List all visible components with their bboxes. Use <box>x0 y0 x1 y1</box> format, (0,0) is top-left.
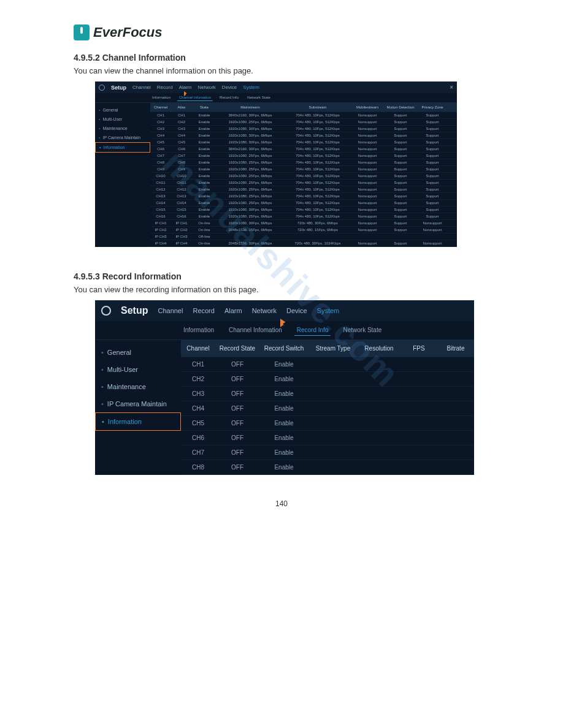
sub-tab-record-info[interactable]: Record Info <box>218 94 240 101</box>
table-row[interactable]: CH5OFFEnable <box>181 416 474 431</box>
table-row[interactable]: CH13CH13Enable1920x1080, 25Fps, 6Mbps704… <box>150 193 457 200</box>
cell: Enable <box>192 113 216 117</box>
top-tab-alarm[interactable]: Alarm <box>179 85 192 90</box>
sidebar-item-information[interactable]: Information <box>95 412 181 431</box>
close-icon[interactable]: × <box>450 84 453 91</box>
top-tab-alarm[interactable]: Alarm <box>224 307 242 314</box>
table-row[interactable]: CH11CH11Enable1920x1080, 25Fps, 6Mbps704… <box>150 180 457 186</box>
table-row[interactable]: CH1CH1Enable3840x2160, 30Fps, 6Mbps704x … <box>150 112 457 119</box>
table-row[interactable]: IP CH3IP CH3Off-line <box>150 233 457 240</box>
sub-tab-network-state[interactable]: Network State <box>245 94 272 101</box>
cell: CH7 <box>171 154 192 157</box>
table-row[interactable]: CH7OFFEnable <box>181 446 474 460</box>
cell: CH9 <box>171 167 192 171</box>
top-tab-system[interactable]: System <box>317 307 340 314</box>
cell: 1920x1080, 25Fps, 6Mbps <box>216 201 284 205</box>
table-row[interactable]: IP CH1IP CH1On-line1920x1080, 30Fps, 6Mb… <box>150 220 457 227</box>
cell: 704x 480, 10Fps, 512Kbps <box>284 134 351 137</box>
table-row[interactable]: CH4OFFEnable <box>181 401 474 416</box>
top-tab-record[interactable]: Record <box>157 85 173 90</box>
cell: CH14 <box>150 201 171 205</box>
sidebar-item-information[interactable]: Information <box>95 142 150 153</box>
top-tab-channel[interactable]: Channel <box>132 85 151 90</box>
table-row[interactable]: CH8OFFEnable <box>181 460 474 475</box>
sub-tab-channel-infomation[interactable]: Channel Infomation <box>177 94 213 101</box>
top-tab-record[interactable]: Record <box>193 307 214 314</box>
sidebar-item-ip-camera-maintain[interactable]: IP Camera Maintain <box>95 395 181 412</box>
table-row[interactable]: CH2OFFEnable <box>181 372 474 387</box>
cell: Support <box>383 221 418 225</box>
cell: Support <box>418 161 447 164</box>
table-row[interactable]: CH3CH3Enable1920x1080, 30Fps, 6Mbps704x … <box>150 126 457 132</box>
top-tab-system[interactable]: System <box>243 85 259 90</box>
cell: Enable <box>259 449 308 456</box>
table-row[interactable]: CH6OFFEnable <box>181 431 474 446</box>
sub-tab-channel-infomation[interactable]: Channel Infomation <box>226 325 285 336</box>
table-row[interactable]: CH2CH2Enable1920x1080, 25Fps, 6Mbps704x … <box>150 119 457 126</box>
cell: 1920x1080, 25Fps, 6Mbps <box>216 181 284 184</box>
sidebar-item-general[interactable]: General <box>95 344 181 361</box>
table-row[interactable]: CH4CH4Enable1920x1080, 30Fps, 6Mbps704x … <box>150 132 457 139</box>
table-row[interactable]: CH15CH15Enable1920x1080, 30Fps, 6Mbps704… <box>150 207 457 213</box>
cell: CH8 <box>150 161 171 164</box>
table-header: ChannelAliasStateMainstreamSubstreamMobi… <box>150 103 457 112</box>
cell <box>437 434 474 441</box>
sidebar-item-multi-user[interactable]: Multi-User <box>95 115 150 124</box>
cell: Nonsupport <box>418 221 447 225</box>
gear-icon[interactable] <box>101 306 111 316</box>
cell: OFF <box>215 376 259 382</box>
sidebar-item-multi-user[interactable]: Multi-User <box>95 361 181 378</box>
table-row[interactable]: IP CH2IP CH2On-line2048x1536, 15Fps, 6Mb… <box>150 227 457 233</box>
sidebar-item-maintenance[interactable]: Maintenance <box>95 124 150 133</box>
table-row[interactable]: IP CH4IP CH4On-line2048x1536, 30Fps, 6Mb… <box>150 240 457 247</box>
cell <box>358 361 400 368</box>
cell: Support <box>383 241 418 245</box>
table-row[interactable]: CH5CH5Enable1920x1080, 30Fps, 6Mbps704x … <box>150 139 457 146</box>
top-tab-network[interactable]: Network <box>252 307 277 314</box>
cell: CH3 <box>171 127 192 131</box>
table-row[interactable]: CH3OFFEnable <box>181 387 474 401</box>
cell: Nonsupport <box>351 140 383 144</box>
top-tab-device[interactable]: Device <box>222 85 237 90</box>
sub-tab-information[interactable]: Information <box>150 94 172 101</box>
sub-tab-network-state[interactable]: Network State <box>340 325 384 336</box>
cell: Support <box>418 201 447 205</box>
cell: 1920x1080, 25Fps, 6Mbps <box>216 214 284 218</box>
gear-icon[interactable] <box>99 85 105 91</box>
sidebar-item-maintenance[interactable]: Maintenance <box>95 378 181 395</box>
top-tab-network[interactable]: Network <box>198 85 216 90</box>
sub-tab-record-info[interactable]: Record Info <box>294 325 331 336</box>
cell: Enable <box>192 161 216 164</box>
table-row[interactable]: CH1OFFEnable <box>181 357 474 372</box>
table-row[interactable]: CH16CH16Enable1920x1080, 25Fps, 6Mbps704… <box>150 213 457 220</box>
table-row[interactable]: CH12CH12Enable1920x1080, 25Fps, 6Mbps704… <box>150 186 457 193</box>
cell: CH1 <box>150 113 171 117</box>
table-row[interactable]: CH6CH6Enable3840x2160, 30Fps, 6Mbps704x … <box>150 146 457 153</box>
sub-tab-information[interactable]: Information <box>181 325 216 336</box>
cell: Nonsupport <box>351 120 383 124</box>
table-row[interactable]: CH9CH9Enable1920x1080, 25Fps, 6Mbps704x … <box>150 166 457 173</box>
cell <box>358 420 400 427</box>
cell: CH13 <box>150 194 171 198</box>
cell: CH8 <box>171 161 192 164</box>
cell: CH5 <box>181 420 215 427</box>
section-2-body: You can view the recording information o… <box>74 285 489 294</box>
cell: 1920x1080, 25Fps, 6Mbps <box>216 161 284 164</box>
table-row[interactable]: CH7CH7Enable1920x1080, 25Fps, 6Mbps704x … <box>150 153 457 159</box>
table-row[interactable]: CH14CH14Enable1920x1080, 25Fps, 6Mbps704… <box>150 200 457 207</box>
cell: Support <box>383 127 418 131</box>
sidebar-item-ip-camera-maintain[interactable]: IP Camera Maintain <box>95 133 150 142</box>
table-header: ChannelRecord StateRecord SwitchStream T… <box>181 340 474 357</box>
cell <box>358 434 400 441</box>
top-tab-device[interactable]: Device <box>286 307 307 314</box>
top-tab-channel[interactable]: Channel <box>158 307 183 314</box>
sidebar-item-general[interactable]: General <box>95 105 150 115</box>
table-row[interactable]: CH8CH8Enable1920x1080, 25Fps, 6Mbps704x … <box>150 159 457 166</box>
cell: Support <box>418 113 447 117</box>
cell: Enable <box>259 464 308 471</box>
cell: Enable <box>259 376 308 382</box>
section-2-title: 4.9.5.3 Record Information <box>74 271 489 281</box>
cell: Support <box>418 194 447 198</box>
cell: Support <box>383 214 418 218</box>
table-row[interactable]: CH10CH10Enable1920x1080, 25Fps, 6Mbps704… <box>150 173 457 180</box>
